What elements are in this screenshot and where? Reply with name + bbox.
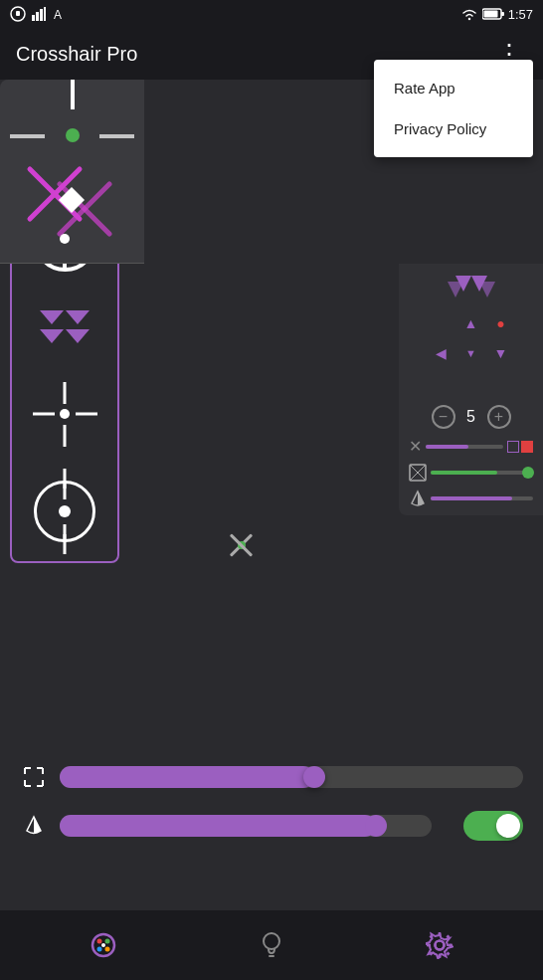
size-slider-thumb[interactable]: [303, 766, 325, 788]
stepper-row: − 5 +: [405, 405, 537, 429]
chevron-row2: [40, 329, 90, 343]
opacity-icon: [409, 490, 427, 507]
prev-horiz-right: [99, 134, 134, 138]
prev-horiz-left: [10, 134, 45, 138]
wifi-icon: [460, 7, 478, 21]
preview-crosshair-dot: [238, 541, 246, 549]
chevron-tri-left2: [40, 329, 64, 343]
svg-point-35: [101, 943, 105, 947]
chevron-tri-left: [40, 310, 64, 324]
svg-rect-43: [427, 944, 431, 947]
bulb-icon: [259, 931, 284, 959]
stepper-minus-button[interactable]: −: [432, 405, 455, 429]
stepper-plus-button[interactable]: +: [487, 405, 511, 429]
settings-nav-button[interactable]: [415, 920, 464, 970]
expand-icon: [23, 766, 45, 788]
svg-rect-4: [40, 9, 43, 21]
purple-x-svg: [0, 159, 144, 259]
svg-rect-44: [449, 944, 452, 947]
tool-slider-1-fill: [426, 445, 468, 449]
controls-chevron-svg: [442, 272, 501, 299]
svg-text:A: A: [54, 8, 62, 21]
letter-a-icon: A: [52, 7, 66, 21]
svg-rect-41: [438, 932, 441, 936]
status-icons-left: A: [10, 6, 66, 22]
xhair-circle2-container: [33, 480, 97, 544]
palette-icon: [90, 931, 117, 959]
arrow-left-button[interactable]: ◀: [428, 339, 455, 367]
opacity-slider-thumb[interactable]: [365, 815, 387, 837]
palette-nav-button[interactable]: [79, 920, 128, 970]
signal-icon: [32, 7, 46, 21]
size-slider-row: [20, 763, 523, 791]
opacity-icon-bottom: [20, 812, 48, 840]
dash-bottom: [64, 425, 67, 447]
tool-slider-2[interactable]: [431, 471, 533, 475]
color-box-1: [507, 441, 519, 453]
arrow-down-button[interactable]: ▼: [457, 339, 485, 367]
status-bar: A 1:57: [0, 0, 543, 28]
xhair-circle-dot: [60, 234, 70, 244]
main-crosshair-preview: [222, 525, 262, 565]
xhair-chevron-shape: [40, 310, 90, 343]
arrow-right-button[interactable]: ▼: [487, 339, 515, 367]
dropdown-menu: Rate App Privacy Policy: [374, 60, 533, 157]
svg-point-40: [435, 941, 444, 950]
svg-point-31: [97, 939, 102, 944]
svg-rect-5: [44, 7, 46, 21]
opacity-slider-track[interactable]: [60, 815, 432, 837]
color-boxes: [507, 441, 533, 453]
crosshair-dash-option[interactable]: [25, 374, 104, 454]
size-slider-fill: [60, 766, 314, 788]
tool-row-1: ✕: [405, 437, 537, 456]
size-icon: [20, 763, 48, 791]
arrow-controls-grid: ▲ ● ◀ ▼ ▼: [405, 309, 537, 397]
opacity-toggle[interactable]: [463, 811, 523, 841]
opacity-bottom-icon: [23, 815, 45, 837]
opacity-slider[interactable]: [431, 496, 533, 500]
svg-rect-9: [483, 11, 497, 18]
svg-point-34: [105, 947, 110, 952]
right-preview-top: [0, 80, 144, 264]
xhair-circle2-dot: [59, 505, 71, 517]
tool-row-2: [405, 464, 537, 482]
controls-chevron-preview: [405, 272, 537, 299]
svg-marker-14: [59, 187, 85, 213]
status-right: 1:57: [460, 7, 533, 22]
svg-rect-3: [36, 12, 39, 21]
color-box-2: [521, 441, 533, 453]
dash-left: [33, 413, 55, 416]
bulb-nav-button[interactable]: [247, 920, 296, 970]
main-content: ▲ ● ◀ ▼ ▼ − 5 + ✕: [0, 80, 543, 910]
rate-app-item[interactable]: Rate App: [374, 68, 533, 108]
arrow-empty-tl: [428, 309, 455, 337]
battery-icon: [482, 8, 504, 20]
svg-rect-1: [16, 11, 20, 16]
settings-icon: [426, 931, 453, 959]
crosshair-chevron-option[interactable]: [25, 296, 104, 356]
xhair-circle2-bottom-line: [64, 524, 67, 542]
opacity-slider-fill: [431, 496, 512, 500]
tool-slider-2-thumb: [522, 467, 534, 479]
dash-center-dot: [60, 409, 70, 419]
arrow-up-button[interactable]: ▲: [457, 309, 485, 337]
prev-green-dot: [66, 128, 80, 142]
svg-marker-18: [479, 282, 495, 297]
opacity-slider-row: [20, 811, 523, 841]
tool-slider-2-fill: [431, 471, 497, 475]
crosshair-circle2-option[interactable]: [25, 472, 104, 551]
dash-right: [76, 413, 97, 416]
close-tool-button[interactable]: ✕: [409, 437, 422, 456]
stepper-value: 5: [461, 408, 481, 426]
dash-top: [64, 382, 67, 404]
tool-slider-1[interactable]: [426, 445, 503, 449]
svg-point-32: [105, 939, 110, 944]
app-title: Crosshair Pro: [16, 43, 137, 66]
bottom-controls: [0, 763, 543, 841]
size-slider-track[interactable]: [60, 766, 523, 788]
arrow-red-button[interactable]: ●: [487, 309, 515, 337]
toggle-thumb: [496, 814, 520, 838]
privacy-policy-item[interactable]: Privacy Policy: [374, 108, 533, 149]
opacity-slider-fill: [60, 815, 376, 837]
chevron-row1: [40, 310, 90, 324]
